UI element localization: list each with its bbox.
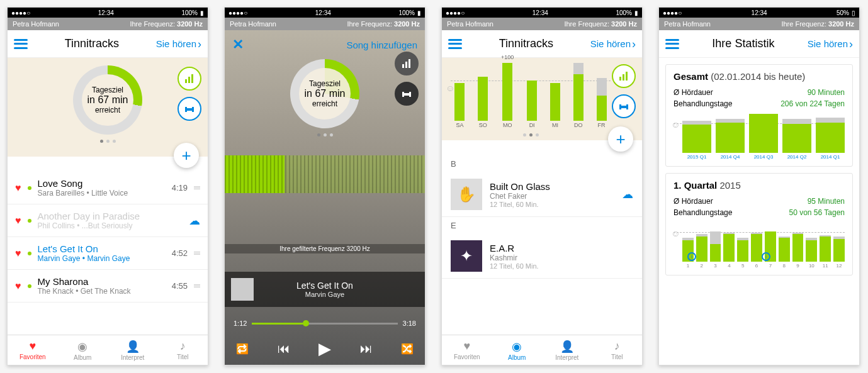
album-row[interactable]: ✦ E.A.R Kashmir 12 Titel, 60 Min.: [442, 234, 642, 279]
shuffle-icon[interactable]: 🔀: [401, 343, 414, 355]
tab-favoriten[interactable]: ♥Favoriten: [8, 335, 58, 365]
tab-album[interactable]: ◉Album: [492, 335, 543, 365]
stats-card-total: Gesamt (02.01.2014 bis heute) Ø Hördauer…: [665, 64, 853, 167]
bar-label: MI: [552, 122, 558, 128]
status-time: 12:34: [752, 9, 767, 16]
info-icon[interactable]: i: [762, 252, 770, 261]
bar-column[interactable]: 2: [696, 237, 707, 269]
pager-dots[interactable]: [451, 133, 611, 136]
song-row[interactable]: ♥Another Day in ParadisePhil Collins • .…: [8, 204, 208, 237]
tab-interpret[interactable]: 👤Interpret: [108, 335, 158, 365]
bar-column[interactable]: 2015 Q1: [682, 125, 711, 160]
bar-column: DI: [527, 72, 537, 128]
headphones-button[interactable]: [395, 82, 419, 106]
song-row[interactable]: ♥My SharonaThe Knack • Get The Knack4:55: [8, 270, 208, 303]
close-icon[interactable]: ✕: [232, 36, 244, 53]
tab-favoriten[interactable]: ♥Favoriten: [442, 335, 492, 365]
bar-column[interactable]: 10: [806, 240, 817, 269]
screen-albums: ●●●●○ 12:34 100%▮ Petra Hofmann Ihre Fre…: [441, 7, 643, 365]
drag-handle-icon[interactable]: [194, 284, 200, 287]
nav-bar: Tinnitracks Sie hören›: [442, 30, 642, 58]
menu-icon[interactable]: [14, 39, 28, 49]
song-subtitle: Phil Collins • ...But Seriously: [38, 221, 183, 230]
bar-column[interactable]: 2014 Q4: [716, 123, 745, 160]
song-row[interactable]: ♥Let's Get It OnMarvin Gaye • Marvin Gay…: [8, 237, 208, 270]
add-button[interactable]: +: [174, 143, 199, 168]
bar: [749, 114, 778, 153]
heart-icon[interactable]: ♥: [15, 215, 21, 226]
next-icon[interactable]: ⏭: [360, 342, 373, 356]
bar-column[interactable]: 8: [779, 238, 790, 269]
song-title: Love Song: [38, 178, 166, 189]
bar-column[interactable]: 9: [792, 234, 804, 269]
add-button[interactable]: +: [608, 126, 633, 152]
chevron-right-icon: ›: [198, 38, 201, 50]
user-info-bar: Petra Hofmann Ihre Frequenz: 3200 Hz: [225, 18, 425, 30]
bar-column[interactable]: 3: [710, 244, 721, 269]
heart-icon[interactable]: ♥: [15, 281, 21, 292]
now-listening-link[interactable]: Sie hören›: [808, 38, 853, 50]
bar-column[interactable]: 2014 Q2: [782, 124, 811, 160]
song-row[interactable]: ♥Love SongSara Bareilles • Little Voice4…: [8, 172, 208, 204]
bar-label: 2: [701, 263, 703, 269]
headphones-button[interactable]: [178, 97, 201, 121]
bar-column[interactable]: 11: [820, 237, 831, 269]
progress-bar[interactable]: 1:12 3:18: [225, 320, 425, 327]
tab-album[interactable]: ◉Album: [58, 335, 108, 365]
now-listening-link[interactable]: Sie hören›: [590, 38, 636, 50]
song-duration: 4:52: [172, 248, 188, 258]
status-bar: ●●●●○ 12:34 100%▮: [8, 8, 208, 18]
bar-label: 2014 Q4: [721, 154, 740, 160]
drag-handle-icon[interactable]: [194, 186, 200, 189]
pager-dots[interactable]: [100, 140, 116, 143]
cloud-download-icon[interactable]: ☁: [622, 187, 633, 201]
prev-icon[interactable]: ⏮: [278, 342, 290, 356]
stats-button[interactable]: [612, 64, 636, 88]
bar-column[interactable]: 6: [751, 234, 762, 269]
freq-label: Ihre Frequenz:: [564, 20, 609, 28]
bar-column[interactable]: 2014 Q3: [749, 114, 778, 160]
drag-handle-icon[interactable]: [194, 252, 200, 255]
bar-column[interactable]: 2014 Q1: [816, 123, 845, 160]
bar-column: +100MO: [501, 54, 514, 128]
song-title: My Sharona: [38, 276, 166, 287]
bar-column[interactable]: 12: [833, 239, 845, 269]
bar-column[interactable]: 7: [765, 231, 776, 269]
status-bar: ●●●●○ 12:34 50%▯: [659, 8, 859, 18]
freq-label: Ihre Frequenz:: [347, 20, 392, 28]
heart-icon[interactable]: ♥: [15, 182, 21, 194]
repeat-icon[interactable]: 🔁: [236, 343, 249, 355]
pager-dots[interactable]: [225, 133, 425, 136]
heart-icon[interactable]: ♥: [15, 248, 21, 259]
section-header: E: [442, 217, 642, 234]
menu-icon[interactable]: [665, 39, 679, 49]
bar: [696, 237, 707, 262]
play-icon[interactable]: ▶: [318, 339, 331, 359]
np-title: Let's Get It On: [260, 281, 390, 291]
user-info-bar: Petra Hofmann Ihre Frequenz: 3200 Hz: [442, 18, 642, 30]
album-artist: Kashmir: [490, 253, 633, 262]
tab-interpret[interactable]: 👤Interpret: [542, 335, 592, 365]
now-listening-link[interactable]: Sie hören›: [156, 38, 201, 50]
headphones-button[interactable]: [612, 94, 636, 118]
album-artist: Chet Faker: [490, 192, 614, 201]
stats-card-quarter: 1. Quartal 2015 Ø Hördauer95 Minuten Beh…: [665, 173, 853, 276]
bar: [527, 81, 537, 121]
menu-icon[interactable]: [448, 39, 462, 49]
bar-column[interactable]: 5: [737, 240, 748, 269]
waveform[interactable]: [225, 155, 425, 193]
tab-titel[interactable]: ♪Titel: [158, 335, 208, 365]
bar-column[interactable]: 4: [723, 234, 735, 269]
stats-button[interactable]: [178, 67, 201, 91]
add-song-link[interactable]: Song hinzufügen: [346, 40, 417, 50]
info-icon[interactable]: i: [687, 252, 696, 261]
chevron-right-icon: ›: [849, 38, 853, 50]
cloud-download-icon[interactable]: ☁: [189, 214, 200, 228]
page-title: Tinnitracks: [28, 37, 156, 50]
album-row[interactable]: ✋ Built On Glass Chet Faker 12 Titel, 60…: [442, 172, 642, 217]
progress-ring: Tagesziel in 67 min erreicht: [73, 65, 142, 135]
stats-button[interactable]: [395, 52, 419, 75]
signal-dots: ●●●●○: [663, 9, 682, 16]
svg-rect-17: [626, 104, 628, 109]
tab-titel[interactable]: ♪Titel: [592, 335, 643, 365]
